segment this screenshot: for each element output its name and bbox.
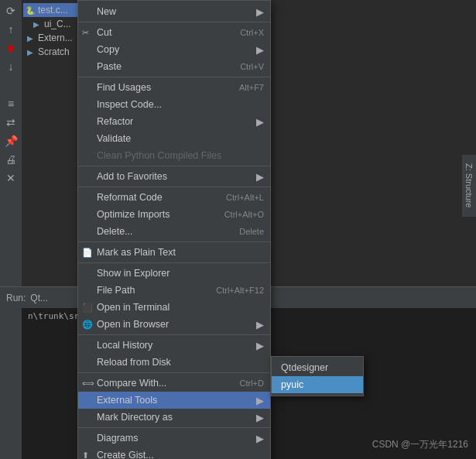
- open_terminal-label: Open in Terminal: [97, 302, 170, 313]
- menu-item-find_usages[interactable]: Find UsagesAlt+F7: [78, 79, 270, 96]
- mark_plain-label: Mark as Plain Text: [97, 247, 176, 258]
- python-file-icon: 🐍: [25, 5, 36, 15]
- external-tools-submenu: Qtdesignerpyuic: [271, 356, 364, 396]
- delete-shortcut: Delete: [224, 227, 264, 236]
- menu-item-paste[interactable]: PasteCtrl+V: [78, 58, 270, 75]
- menu-item-show_explorer[interactable]: Show in Explorer: [78, 265, 270, 282]
- tree-item-label: Extern...: [38, 33, 73, 43]
- add_favorites-arrow: ▶: [256, 171, 264, 183]
- menu-item-compare_with[interactable]: ⟺Compare With...Ctrl+D: [78, 375, 270, 392]
- open_browser-arrow: ▶: [256, 319, 264, 331]
- validate-label: Validate: [97, 133, 131, 144]
- tree-item-scratch[interactable]: ▶ Scratch: [23, 45, 82, 59]
- new-label: New: [97, 6, 116, 17]
- context-menu: New▶✂CutCtrl+XCopy▶PasteCtrl+VFind Usage…: [77, 0, 271, 459]
- external_tools-arrow: ▶: [256, 395, 264, 406]
- menu-item-cut[interactable]: ✂CutCtrl+X: [78, 24, 270, 41]
- diagrams-label: Diagrams: [97, 433, 139, 444]
- menu-item-add_favorites[interactable]: Add to Favorites▶: [78, 168, 270, 185]
- tree-item-ui[interactable]: ▶ ui_C...: [23, 17, 82, 31]
- compare_with-shortcut: Ctrl+D: [224, 379, 264, 388]
- menu-item-mark_directory[interactable]: Mark Directory as▶: [78, 409, 270, 426]
- scratch-icon: ▶: [25, 46, 36, 57]
- diagrams-arrow: ▶: [256, 433, 264, 444]
- refactor-label: Refactor: [97, 116, 133, 127]
- sidebar-icon-9[interactable]: ✕: [3, 170, 19, 186]
- sidebar-icon-6[interactable]: ⇄: [3, 115, 19, 130]
- create_gist-icon: ⬆: [82, 450, 89, 460]
- open_browser-icon: 🌐: [82, 320, 93, 330]
- menu-item-open_terminal[interactable]: ⬛Open in Terminal: [78, 299, 270, 316]
- menu-item-delete[interactable]: Delete...Delete: [78, 223, 270, 240]
- delete-label: Delete...: [97, 226, 133, 237]
- sidebar-icon-7[interactable]: 📌: [3, 133, 19, 149]
- menu-item-validate[interactable]: Validate: [78, 130, 270, 147]
- structure-tab[interactable]: Z: Structure: [462, 155, 476, 217]
- menu-separator: [78, 77, 270, 77]
- menu-item-reload_disk[interactable]: Reload from Disk: [78, 354, 270, 371]
- cut-label: Cut: [97, 27, 111, 38]
- cut-shortcut: Ctrl+X: [224, 28, 264, 37]
- optimize-shortcut: Ctrl+Alt+O: [209, 210, 264, 219]
- menu-separator: [78, 262, 270, 263]
- menu-item-mark_plain[interactable]: 📄Mark as Plain Text: [78, 244, 270, 261]
- show_explorer-label: Show in Explorer: [97, 268, 170, 279]
- file_path-shortcut: Ctrl+Alt+F12: [200, 286, 264, 295]
- paste-label: Paste: [97, 61, 122, 72]
- menu-separator: [78, 334, 270, 335]
- clean_python-label: Clean Python Compiled Files: [97, 150, 221, 161]
- menu-item-external_tools[interactable]: External Tools▶: [78, 392, 270, 409]
- external_tools-label: External Tools: [97, 395, 157, 406]
- paste-shortcut: Ctrl+V: [224, 62, 264, 71]
- menu-separator: [78, 427, 270, 428]
- menu-item-diagrams[interactable]: Diagrams▶: [78, 430, 270, 447]
- submenu-item-qtdesigner[interactable]: Qtdesigner: [272, 359, 363, 376]
- sidebar-icon-5[interactable]: ≡: [3, 96, 19, 111]
- menu-separator: [78, 22, 270, 22]
- run-label: Run:: [6, 293, 26, 303]
- find_usages-shortcut: Alt+F7: [224, 83, 264, 92]
- copy-label: Copy: [97, 44, 119, 55]
- tree-item-test[interactable]: 🐍 test.c...: [23, 3, 82, 17]
- menu-item-refactor[interactable]: Refactor▶: [78, 113, 270, 130]
- submenu-item-pyuic[interactable]: pyuic: [272, 376, 363, 393]
- find_usages-label: Find Usages: [97, 82, 151, 93]
- add_favorites-label: Add to Favorites: [97, 171, 167, 182]
- menu-item-create_gist[interactable]: ⬆Create Gist...: [78, 447, 270, 459]
- tree-item-label: test.c...: [38, 5, 68, 15]
- sidebar-icon-1[interactable]: ⟳: [3, 3, 19, 19]
- watermark: CSDN @一万光年1216: [372, 438, 468, 451]
- menu-item-copy[interactable]: Copy▶: [78, 41, 270, 58]
- compare_with-label: Compare With...: [97, 378, 166, 389]
- cut-icon: ✂: [82, 28, 89, 38]
- menu-separator: [78, 241, 270, 242]
- menu-item-new[interactable]: New▶: [78, 3, 270, 20]
- menu-item-inspect_code[interactable]: Inspect Code...: [78, 96, 270, 113]
- create_gist-label: Create Gist...: [97, 450, 154, 459]
- menu-item-file_path[interactable]: File PathCtrl+Alt+F12: [78, 282, 270, 299]
- sidebar-icon-4[interactable]: ↓: [3, 59, 19, 74]
- menu-item-open_browser[interactable]: 🌐Open in Browser▶: [78, 316, 270, 333]
- menu-separator: [78, 166, 270, 166]
- folder-icon: ▶: [31, 19, 42, 29]
- menu-item-clean_python[interactable]: Clean Python Compiled Files: [78, 147, 270, 164]
- tree-item-external[interactable]: ▶ Extern...: [23, 31, 82, 45]
- reload_disk-label: Reload from Disk: [97, 357, 171, 368]
- file_path-label: File Path: [97, 285, 135, 296]
- sidebar-icon-3[interactable]: ■: [3, 40, 19, 56]
- reformat-label: Reformat Code: [97, 192, 163, 203]
- mark_directory-label: Mark Directory as: [97, 412, 173, 423]
- sidebar-icon-2[interactable]: ↑: [3, 22, 19, 37]
- open_terminal-icon: ⬛: [82, 303, 93, 313]
- menu-item-local_history[interactable]: Local History▶: [78, 337, 270, 354]
- menu-item-optimize[interactable]: Optimize ImportsCtrl+Alt+O: [78, 206, 270, 223]
- tree-item-label: Scratch: [38, 46, 70, 57]
- refactor-arrow: ▶: [256, 116, 264, 128]
- sidebar-icon-8[interactable]: 🖨: [3, 152, 19, 167]
- menu-item-reformat[interactable]: Reformat CodeCtrl+Alt+L: [78, 189, 270, 206]
- menu-separator: [78, 187, 270, 187]
- structure-tab-label: Z: Structure: [464, 163, 474, 207]
- reformat-shortcut: Ctrl+Alt+L: [211, 193, 264, 202]
- file-tree: 🐍 test.c... ▶ ui_C... ▶ Extern... ▶ Scra…: [22, 0, 84, 286]
- local_history-arrow: ▶: [256, 340, 264, 351]
